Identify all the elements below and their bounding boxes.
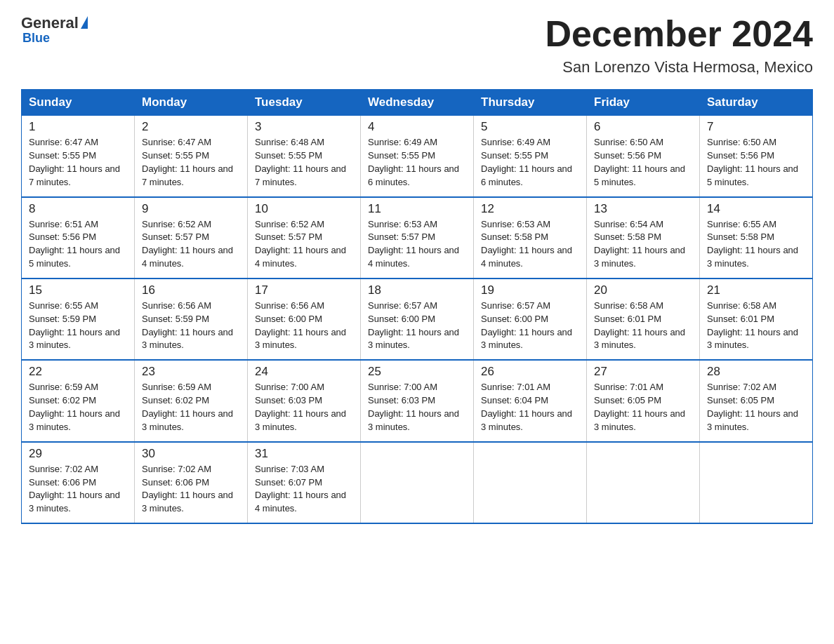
day-cell: 19Sunrise: 6:57 AMSunset: 6:00 PMDayligh… xyxy=(474,279,587,360)
day-cell: 12Sunrise: 6:53 AMSunset: 5:58 PMDayligh… xyxy=(474,197,587,279)
day-cell: 1Sunrise: 6:47 AMSunset: 5:55 PMDaylight… xyxy=(22,116,135,197)
day-cell: 17Sunrise: 6:56 AMSunset: 6:00 PMDayligh… xyxy=(248,279,361,360)
day-number: 7 xyxy=(707,120,805,134)
day-info: Sunrise: 7:00 AMSunset: 6:03 PMDaylight:… xyxy=(255,382,346,432)
day-number: 1 xyxy=(29,120,127,134)
day-cell: 3Sunrise: 6:48 AMSunset: 5:55 PMDaylight… xyxy=(248,116,361,197)
calendar-header: SundayMondayTuesdayWednesdayThursdayFrid… xyxy=(22,90,813,116)
day-number: 14 xyxy=(707,202,805,216)
day-cell: 30Sunrise: 7:02 AMSunset: 6:06 PMDayligh… xyxy=(135,442,248,523)
logo: General Blue xyxy=(21,14,88,46)
day-info: Sunrise: 6:51 AMSunset: 5:56 PMDaylight:… xyxy=(29,219,120,269)
day-info: Sunrise: 6:56 AMSunset: 6:00 PMDaylight:… xyxy=(255,300,346,351)
day-info: Sunrise: 6:57 AMSunset: 6:00 PMDaylight:… xyxy=(481,300,572,351)
header-cell-sunday: Sunday xyxy=(22,90,135,116)
header-cell-wednesday: Wednesday xyxy=(361,90,474,116)
day-info: Sunrise: 6:58 AMSunset: 6:01 PMDaylight:… xyxy=(707,300,798,351)
day-number: 27 xyxy=(594,365,692,379)
day-number: 3 xyxy=(255,120,353,134)
day-info: Sunrise: 7:01 AMSunset: 6:04 PMDaylight:… xyxy=(481,382,572,432)
day-cell: 11Sunrise: 6:53 AMSunset: 5:57 PMDayligh… xyxy=(361,197,474,279)
day-info: Sunrise: 6:52 AMSunset: 5:57 PMDaylight:… xyxy=(142,219,233,269)
day-cell: 22Sunrise: 6:59 AMSunset: 6:02 PMDayligh… xyxy=(22,360,135,441)
day-info: Sunrise: 6:59 AMSunset: 6:02 PMDaylight:… xyxy=(142,382,233,432)
day-number: 10 xyxy=(255,202,353,216)
week-row-2: 8Sunrise: 6:51 AMSunset: 5:56 PMDaylight… xyxy=(22,197,813,279)
day-number: 5 xyxy=(481,120,579,134)
calendar-table: SundayMondayTuesdayWednesdayThursdayFrid… xyxy=(21,89,813,524)
day-cell: 18Sunrise: 6:57 AMSunset: 6:00 PMDayligh… xyxy=(361,279,474,360)
day-cell xyxy=(361,442,474,523)
logo-triangle-icon xyxy=(81,16,88,29)
day-cell: 6Sunrise: 6:50 AMSunset: 5:56 PMDaylight… xyxy=(587,116,700,197)
day-info: Sunrise: 6:48 AMSunset: 5:55 PMDaylight:… xyxy=(255,137,346,187)
day-info: Sunrise: 6:57 AMSunset: 6:00 PMDaylight:… xyxy=(368,300,459,351)
day-cell: 8Sunrise: 6:51 AMSunset: 5:56 PMDaylight… xyxy=(22,197,135,279)
day-info: Sunrise: 6:50 AMSunset: 5:56 PMDaylight:… xyxy=(707,137,798,187)
day-cell: 24Sunrise: 7:00 AMSunset: 6:03 PMDayligh… xyxy=(248,360,361,441)
day-cell: 31Sunrise: 7:03 AMSunset: 6:07 PMDayligh… xyxy=(248,442,361,523)
day-info: Sunrise: 6:52 AMSunset: 5:57 PMDaylight:… xyxy=(255,219,346,269)
week-row-4: 22Sunrise: 6:59 AMSunset: 6:02 PMDayligh… xyxy=(22,360,813,441)
header-cell-tuesday: Tuesday xyxy=(248,90,361,116)
logo-general-text: General xyxy=(21,14,79,32)
day-cell: 20Sunrise: 6:58 AMSunset: 6:01 PMDayligh… xyxy=(587,279,700,360)
day-info: Sunrise: 6:56 AMSunset: 5:59 PMDaylight:… xyxy=(142,300,233,351)
calendar-subtitle: San Lorenzo Vista Hermosa, Mexico xyxy=(545,58,813,76)
day-number: 28 xyxy=(707,365,805,379)
header-cell-friday: Friday xyxy=(587,90,700,116)
day-cell: 4Sunrise: 6:49 AMSunset: 5:55 PMDaylight… xyxy=(361,116,474,197)
day-info: Sunrise: 6:47 AMSunset: 5:55 PMDaylight:… xyxy=(29,137,120,187)
day-info: Sunrise: 6:53 AMSunset: 5:58 PMDaylight:… xyxy=(481,219,572,269)
day-number: 19 xyxy=(481,283,579,297)
day-info: Sunrise: 6:54 AMSunset: 5:58 PMDaylight:… xyxy=(594,219,685,269)
week-row-5: 29Sunrise: 7:02 AMSunset: 6:06 PMDayligh… xyxy=(22,442,813,523)
day-info: Sunrise: 6:59 AMSunset: 6:02 PMDaylight:… xyxy=(29,382,120,432)
week-row-3: 15Sunrise: 6:55 AMSunset: 5:59 PMDayligh… xyxy=(22,279,813,360)
day-number: 17 xyxy=(255,283,353,297)
day-number: 18 xyxy=(368,283,466,297)
calendar-body: 1Sunrise: 6:47 AMSunset: 5:55 PMDaylight… xyxy=(22,116,813,523)
day-info: Sunrise: 6:50 AMSunset: 5:56 PMDaylight:… xyxy=(594,137,685,187)
day-number: 12 xyxy=(481,202,579,216)
day-cell: 29Sunrise: 7:02 AMSunset: 6:06 PMDayligh… xyxy=(22,442,135,523)
day-cell: 5Sunrise: 6:49 AMSunset: 5:55 PMDaylight… xyxy=(474,116,587,197)
day-cell: 27Sunrise: 7:01 AMSunset: 6:05 PMDayligh… xyxy=(587,360,700,441)
day-info: Sunrise: 7:00 AMSunset: 6:03 PMDaylight:… xyxy=(368,382,459,432)
day-number: 16 xyxy=(142,283,240,297)
day-cell: 10Sunrise: 6:52 AMSunset: 5:57 PMDayligh… xyxy=(248,197,361,279)
day-number: 13 xyxy=(594,202,692,216)
day-info: Sunrise: 7:03 AMSunset: 6:07 PMDaylight:… xyxy=(255,464,346,514)
day-cell: 13Sunrise: 6:54 AMSunset: 5:58 PMDayligh… xyxy=(587,197,700,279)
header-cell-monday: Monday xyxy=(135,90,248,116)
day-info: Sunrise: 6:49 AMSunset: 5:55 PMDaylight:… xyxy=(368,137,459,187)
day-number: 11 xyxy=(368,202,466,216)
header-cell-saturday: Saturday xyxy=(700,90,813,116)
day-number: 30 xyxy=(142,447,240,461)
logo-blue-text: Blue xyxy=(22,31,50,46)
day-info: Sunrise: 7:02 AMSunset: 6:05 PMDaylight:… xyxy=(707,382,798,432)
day-number: 26 xyxy=(481,365,579,379)
day-cell xyxy=(700,442,813,523)
title-block: December 2024 San Lorenzo Vista Hermosa,… xyxy=(545,14,813,76)
day-number: 22 xyxy=(29,365,127,379)
calendar-title: December 2024 xyxy=(545,14,813,54)
day-info: Sunrise: 7:02 AMSunset: 6:06 PMDaylight:… xyxy=(142,464,233,514)
day-info: Sunrise: 6:49 AMSunset: 5:55 PMDaylight:… xyxy=(481,137,572,187)
day-number: 29 xyxy=(29,447,127,461)
day-number: 23 xyxy=(142,365,240,379)
day-number: 15 xyxy=(29,283,127,297)
day-cell: 9Sunrise: 6:52 AMSunset: 5:57 PMDaylight… xyxy=(135,197,248,279)
day-info: Sunrise: 6:58 AMSunset: 6:01 PMDaylight:… xyxy=(594,300,685,351)
day-info: Sunrise: 7:01 AMSunset: 6:05 PMDaylight:… xyxy=(594,382,685,432)
header-row: SundayMondayTuesdayWednesdayThursdayFrid… xyxy=(22,90,813,116)
day-info: Sunrise: 6:55 AMSunset: 5:58 PMDaylight:… xyxy=(707,219,798,269)
day-cell xyxy=(587,442,700,523)
day-number: 25 xyxy=(368,365,466,379)
day-info: Sunrise: 7:02 AMSunset: 6:06 PMDaylight:… xyxy=(29,464,120,514)
page-header: General Blue December 2024 San Lorenzo V… xyxy=(21,14,813,76)
day-number: 2 xyxy=(142,120,240,134)
day-number: 9 xyxy=(142,202,240,216)
day-cell: 21Sunrise: 6:58 AMSunset: 6:01 PMDayligh… xyxy=(700,279,813,360)
day-cell: 26Sunrise: 7:01 AMSunset: 6:04 PMDayligh… xyxy=(474,360,587,441)
